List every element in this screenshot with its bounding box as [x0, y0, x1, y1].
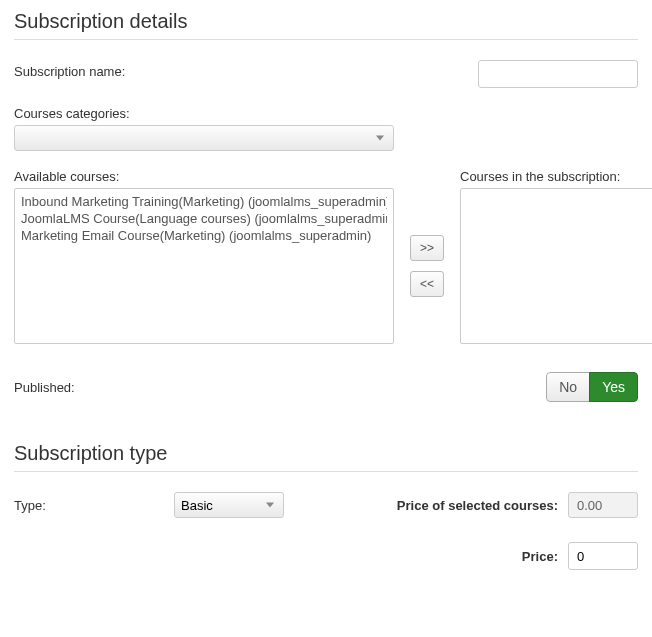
- section-title-details: Subscription details: [14, 10, 638, 40]
- type-select[interactable]: Basic: [174, 492, 284, 518]
- list-item[interactable]: Inbound Marketing Training(Marketing) (j…: [21, 193, 387, 210]
- courses-categories-label: Courses categories:: [14, 106, 638, 121]
- published-yes-button[interactable]: Yes: [589, 372, 638, 402]
- price-selected-display: [568, 492, 638, 518]
- subscription-name-input[interactable]: [478, 60, 638, 88]
- published-label: Published:: [14, 380, 75, 395]
- published-no-button[interactable]: No: [546, 372, 590, 402]
- subscription-name-label: Subscription name:: [14, 60, 125, 79]
- courses-in-subscription-label: Courses in the subscription:: [460, 169, 652, 184]
- type-label: Type:: [14, 498, 74, 513]
- price-label: Price:: [522, 549, 558, 564]
- list-item[interactable]: JoomlaLMS Course(Language courses) (joom…: [21, 210, 387, 227]
- available-courses-label: Available courses:: [14, 169, 394, 184]
- section-title-type: Subscription type: [14, 442, 638, 472]
- price-input[interactable]: [568, 542, 638, 570]
- price-selected-label: Price of selected courses:: [397, 498, 558, 513]
- courses-categories-select[interactable]: [14, 125, 394, 151]
- available-courses-listbox[interactable]: Inbound Marketing Training(Marketing) (j…: [14, 188, 394, 344]
- list-item[interactable]: Marketing Email Course(Marketing) (jooml…: [21, 227, 387, 244]
- subscription-courses-listbox[interactable]: [460, 188, 652, 344]
- published-toggle: No Yes: [546, 372, 638, 402]
- add-course-button[interactable]: >>: [410, 235, 444, 261]
- remove-course-button[interactable]: <<: [410, 271, 444, 297]
